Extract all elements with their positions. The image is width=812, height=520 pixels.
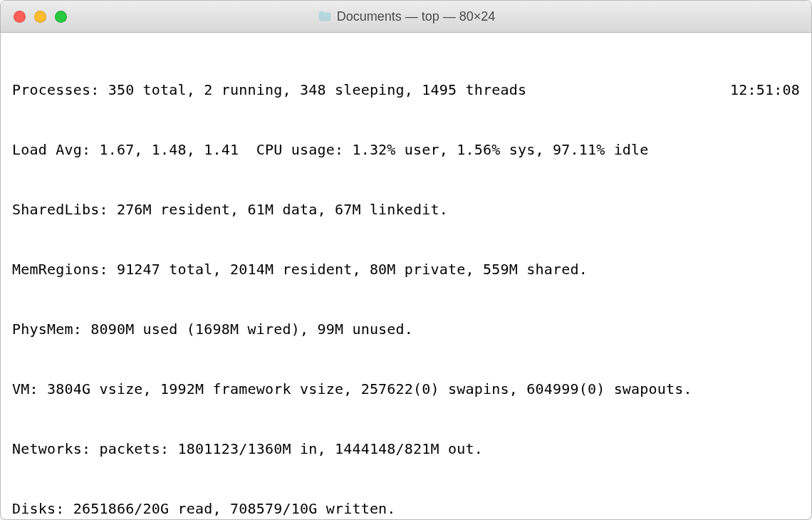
- vm-line: VM: 3804G vsize, 1992M framework vsize, …: [12, 379, 800, 399]
- traffic-lights: [14, 11, 67, 23]
- zoom-button[interactable]: [55, 11, 67, 23]
- sharedlibs-line: SharedLibs: 276M resident, 61M data, 67M…: [12, 199, 800, 219]
- networks-line: Networks: packets: 1801123/1360M in, 144…: [12, 439, 800, 459]
- disks-line: Disks: 2651866/20G read, 708579/10G writ…: [12, 499, 800, 519]
- physmem-line: PhysMem: 8090M used (1698M wired), 99M u…: [12, 319, 800, 339]
- window-title: Documents — top — 80×24: [337, 9, 496, 24]
- terminal-output[interactable]: Processes: 350 total, 2 running, 348 sle…: [1, 33, 811, 520]
- clock: 12:51:08: [730, 80, 800, 100]
- close-button[interactable]: [14, 11, 26, 23]
- processes-line: Processes: 350 total, 2 running, 348 sle…: [12, 80, 526, 100]
- titlebar[interactable]: Documents — top — 80×24: [1, 1, 811, 33]
- title-center: Documents — top — 80×24: [1, 9, 811, 24]
- folder-icon: [317, 9, 333, 24]
- minimize-button[interactable]: [34, 11, 46, 23]
- load-cpu-line: Load Avg: 1.67, 1.48, 1.41 CPU usage: 1.…: [12, 140, 800, 160]
- terminal-window: Documents — top — 80×24 Processes: 350 t…: [0, 0, 812, 520]
- memregions-line: MemRegions: 91247 total, 2014M resident,…: [12, 259, 800, 279]
